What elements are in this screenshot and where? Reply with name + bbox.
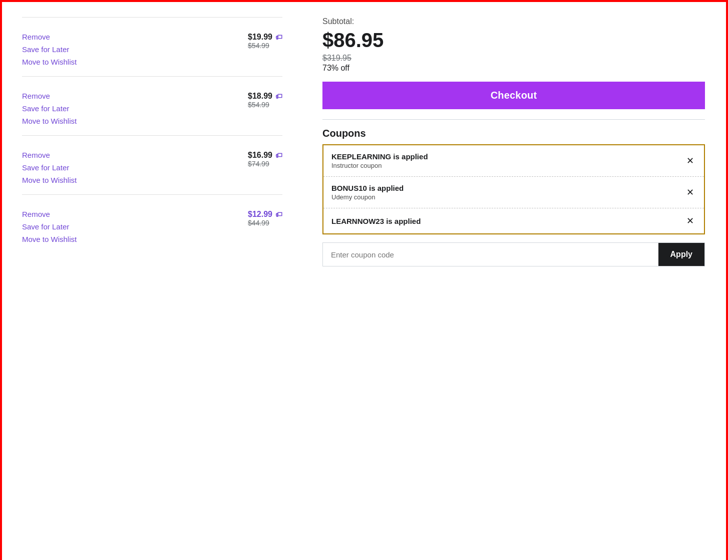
wishlist-link-1[interactable]: Move to Wishlist bbox=[22, 58, 77, 66]
cart-item: Remove Save for Later Move to Wishlist $… bbox=[22, 194, 282, 253]
tag-icon-1: 🏷 bbox=[275, 33, 282, 41]
coupon-item-2: BONUS10 is applied Udemy coupon ✕ bbox=[323, 177, 704, 208]
coupon-info-2: BONUS10 is applied Udemy coupon bbox=[331, 184, 404, 201]
original-price-3: $74.99 bbox=[248, 160, 269, 168]
original-price-1: $54.99 bbox=[248, 42, 269, 50]
coupon-applied-text-2: is applied bbox=[369, 184, 404, 192]
cart-item-actions: Remove Save for Later Move to Wishlist bbox=[22, 33, 77, 66]
coupon-input-row: Apply bbox=[322, 242, 705, 266]
apply-coupon-button[interactable]: Apply bbox=[658, 243, 704, 266]
coupon-applied-text-1: is applied bbox=[393, 152, 428, 161]
price-block-2: $18.99 🏷 $54.99 bbox=[248, 92, 282, 109]
save-later-link-2[interactable]: Save for Later bbox=[22, 104, 69, 113]
coupon-type-2: Udemy coupon bbox=[331, 193, 404, 201]
coupon-name-3: LEARNNOW23 is applied bbox=[331, 217, 421, 225]
original-price-4: $44.99 bbox=[248, 219, 269, 227]
coupon-remove-button-3[interactable]: ✕ bbox=[684, 215, 696, 226]
cart-item: Remove Save for Later Move to Wishlist $… bbox=[22, 17, 282, 76]
remove-link-1[interactable]: Remove bbox=[22, 33, 50, 41]
remove-link-4[interactable]: Remove bbox=[22, 210, 50, 218]
price-block-3: $16.99 🏷 $74.99 bbox=[248, 151, 282, 168]
cart-column: Remove Save for Later Move to Wishlist $… bbox=[12, 12, 292, 552]
current-price-2: $18.99 🏷 bbox=[248, 92, 282, 101]
coupon-item-1: KEEPLEARNING is applied Instructor coupo… bbox=[323, 145, 704, 177]
remove-link-2[interactable]: Remove bbox=[22, 92, 50, 100]
subtotal-label: Subtotal: bbox=[322, 17, 705, 26]
cart-item: Remove Save for Later Move to Wishlist $… bbox=[22, 76, 282, 135]
section-divider bbox=[322, 119, 705, 120]
tag-icon-4: 🏷 bbox=[275, 210, 282, 218]
remove-link-3[interactable]: Remove bbox=[22, 151, 50, 159]
coupon-name-1: KEEPLEARNING is applied bbox=[331, 152, 428, 161]
save-later-link-3[interactable]: Save for Later bbox=[22, 163, 69, 172]
save-later-link-4[interactable]: Save for Later bbox=[22, 222, 69, 231]
cart-item-actions: Remove Save for Later Move to Wishlist bbox=[22, 92, 77, 125]
current-price-1: $19.99 🏷 bbox=[248, 33, 282, 42]
coupon-applied-text-3: is applied bbox=[386, 217, 421, 225]
coupon-code-input[interactable] bbox=[323, 243, 658, 266]
current-price-4: $12.99 🏷 bbox=[248, 210, 282, 219]
wishlist-link-4[interactable]: Move to Wishlist bbox=[22, 235, 77, 243]
cart-item-actions: Remove Save for Later Move to Wishlist bbox=[22, 151, 77, 184]
save-later-link-1[interactable]: Save for Later bbox=[22, 45, 69, 54]
coupons-box: KEEPLEARNING is applied Instructor coupo… bbox=[322, 144, 705, 234]
cart-item: Remove Save for Later Move to Wishlist $… bbox=[22, 135, 282, 194]
price-block-4: $12.99 🏷 $44.99 bbox=[248, 210, 282, 227]
wishlist-link-3[interactable]: Move to Wishlist bbox=[22, 176, 77, 184]
current-price-3: $16.99 🏷 bbox=[248, 151, 282, 160]
checkout-button[interactable]: Checkout bbox=[322, 82, 705, 109]
tag-icon-3: 🏷 bbox=[275, 151, 282, 159]
coupons-label: Coupons bbox=[322, 128, 705, 139]
coupon-remove-button-1[interactable]: ✕ bbox=[684, 155, 696, 166]
original-price-2: $54.99 bbox=[248, 101, 269, 109]
original-total: $319.95 bbox=[322, 54, 705, 63]
coupon-remove-button-2[interactable]: ✕ bbox=[684, 187, 696, 198]
price-block-1: $19.99 🏷 $54.99 bbox=[248, 33, 282, 50]
coupon-item-3: LEARNNOW23 is applied ✕ bbox=[323, 208, 704, 233]
discount-pct: 73% off bbox=[322, 64, 705, 73]
coupon-name-2: BONUS10 is applied bbox=[331, 184, 404, 192]
summary-column: Subtotal: $86.95 $319.95 73% off Checkou… bbox=[292, 12, 720, 552]
coupon-type-1: Instructor coupon bbox=[331, 162, 428, 169]
wishlist-link-2[interactable]: Move to Wishlist bbox=[22, 117, 77, 125]
coupon-info-1: KEEPLEARNING is applied Instructor coupo… bbox=[331, 152, 428, 169]
coupon-info-3: LEARNNOW23 is applied bbox=[331, 217, 421, 225]
tag-icon-2: 🏷 bbox=[275, 92, 282, 100]
subtotal-price: $86.95 bbox=[322, 29, 705, 52]
cart-item-actions: Remove Save for Later Move to Wishlist bbox=[22, 210, 77, 243]
